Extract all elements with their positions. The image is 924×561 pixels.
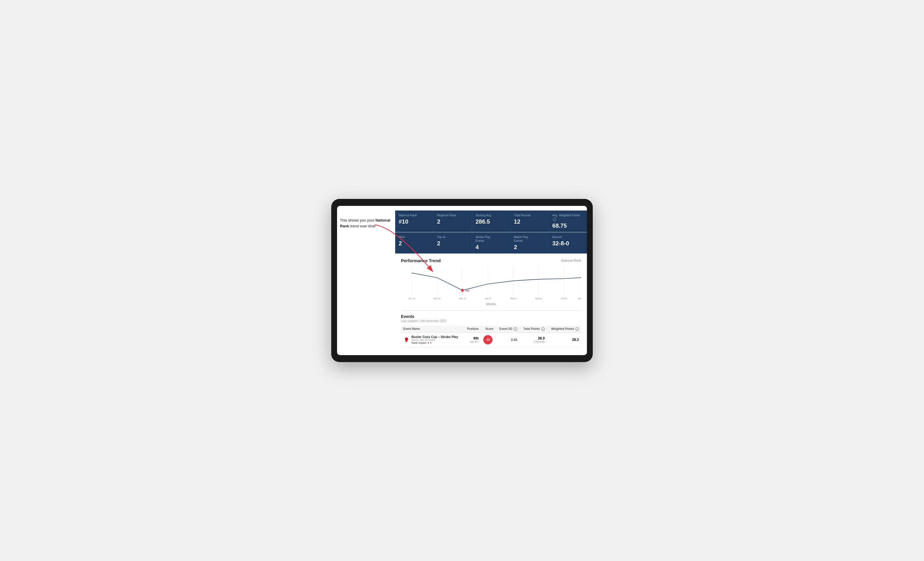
svg-point-9 [461,289,464,292]
svg-text:OCT 23: OCT 23 [408,297,415,300]
svg-text:FEB 24: FEB 24 [510,297,516,300]
annotation-area: This shows you your National Rank trend … [337,206,395,355]
event-total-points-cell: 28.3 3 Rounds [519,332,547,347]
col-weighted-points: Weighted Points i [547,326,581,333]
svg-text:#10: #10 [465,289,469,292]
stat-record: Record 32-8-0 [549,232,587,253]
events-last-updated: Last updated: 24th November 2023 [401,319,581,323]
tablet-screen: This shows you your National Rank trend … [337,206,587,355]
stat-stroke-play-events: Stroke PlayEvents 4 [472,232,510,253]
event-total-points-sub: 3 Rounds [522,340,544,343]
stat-record-value: 32-8-0 [552,240,584,247]
event-name-info: Buster Cozy Cup – Stroke Play Oct 9 - Oc… [411,335,458,344]
stat-scoring-avg: Scoring Avg. 286.5 [472,211,510,232]
stat-avg-weighted-points-label: Avg. Weighted Points i [552,214,584,221]
tablet-frame: This shows you your National Rank trend … [331,199,593,362]
event-score-value: -22 [486,338,490,341]
svg-text:MAR 24: MAR 24 [536,297,542,300]
col-total-points: Total Points i [519,326,547,333]
stat-avg-weighted-points: Avg. Weighted Points i 68.75 [549,211,587,232]
stat-regional-rank-label: Regional Rank [437,214,468,217]
stat-scoring-avg-label: Scoring Avg. [476,214,507,217]
performance-chart: #10 OCT 23 NOV 23 DEC 23 JAN 24 FEB 24 M… [401,266,581,301]
stat-top3s-value: 2 [437,240,468,247]
stat-regional-rank-value: 2 [437,218,468,225]
stat-match-play-events-label: Match PlayEvents [514,235,545,243]
rank-impact-text: Rank Impact: 3 [411,341,429,344]
event-sg-cell: 0.45 [496,332,519,347]
svg-text:MAY 24: MAY 24 [578,297,581,300]
svg-text:JAN 24: JAN 24 [485,297,491,300]
events-title: Events [401,314,581,319]
svg-text:NOV 23: NOV 23 [434,297,441,300]
event-weighted-points-value: 28.3 [572,338,579,342]
event-sg-info-icon: i [514,327,517,331]
weighted-points-info-icon: i [575,327,579,331]
event-total-points-value: 28.3 [522,336,544,340]
rank-impact: Rank Impact: 3 ▼ [411,341,458,344]
rank-arrow-icon: ▼ [430,342,432,344]
info-icon: i [553,218,556,221]
event-score-cell: -22 [481,332,496,347]
stat-total-rounds: Total Rounds 12 [510,211,549,232]
col-event-sg: Event SG i [496,326,519,333]
stat-stroke-play-events-label: Stroke PlayEvents [476,235,507,243]
col-position: Position [464,326,481,333]
months-axis-label: Months [401,302,581,306]
event-sg-value: 0.45 [511,338,517,341]
stat-avg-weighted-points-value: 68.75 [552,223,584,229]
stat-record-label: Record [552,235,584,239]
svg-text:DEC 23: DEC 23 [459,297,465,300]
event-name-col: 🥊 Buster Cozy Cup – Stroke Play Oct 9 - … [403,335,462,344]
stat-total-rounds-label: Total Rounds [514,214,545,217]
stat-national-rank-label: National Rank [399,214,430,217]
event-position-sub: out of 7 [466,340,479,343]
events-table: Event Name Position Score Event SG i Tot… [401,326,581,347]
event-score-badge: -22 [483,335,492,344]
col-event-name: Event Name [401,326,464,333]
event-date: Oct 9 - Oct 10, 2023 [411,338,458,341]
stat-stroke-play-events-value: 4 [476,244,507,251]
stat-match-play-events: Match PlayEvents 2 [510,232,549,253]
svg-text:APR 24: APR 24 [561,297,567,300]
stat-top3s-label: Top 3s [437,235,468,239]
perf-axis-label: National Rank [561,259,581,262]
event-position: 6th [466,336,479,340]
event-icon: 🥊 [403,337,409,343]
chart-container: #10 OCT 23 NOV 23 DEC 23 JAN 24 FEB 24 M… [401,266,581,301]
stat-scoring-avg-value: 286.5 [476,218,507,225]
stat-match-play-events-value: 2 [514,244,545,251]
event-row: 🥊 Buster Cozy Cup – Stroke Play Oct 9 - … [401,332,581,347]
stat-total-rounds-value: 12 [514,218,545,225]
events-section: Events Last updated: 24th November 2023 … [395,311,587,350]
event-weighted-points-cell: 28.3 [547,332,581,347]
event-position-cell: 6th out of 7 [464,332,481,347]
event-name: Buster Cozy Cup – Stroke Play [411,335,458,338]
col-score: Score [481,326,496,333]
total-points-info-icon: i [542,327,545,331]
events-table-header-row: Event Name Position Score Event SG i Tot… [401,326,581,333]
event-name-cell: 🥊 Buster Cozy Cup – Stroke Play Oct 9 - … [401,332,464,347]
